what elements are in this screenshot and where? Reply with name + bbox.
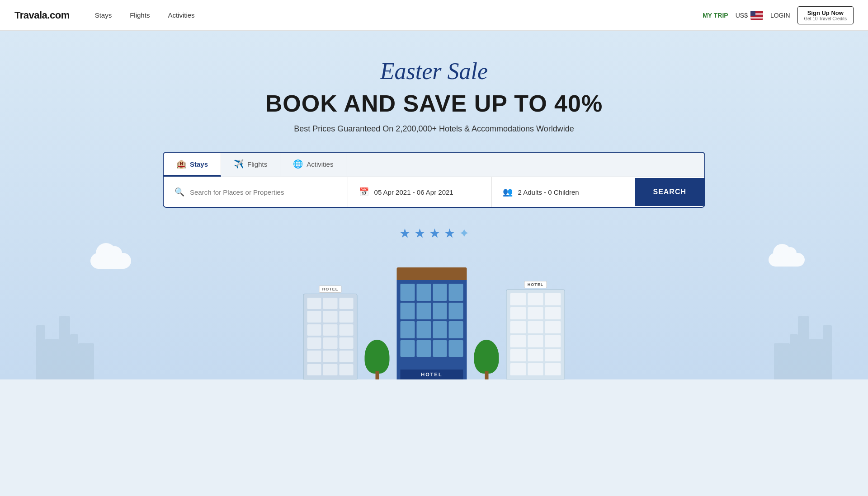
star-3: ★: [429, 226, 440, 241]
w: [433, 284, 447, 301]
w: [528, 363, 543, 375]
w: [339, 364, 353, 375]
w: [323, 364, 337, 375]
nav-stays[interactable]: Stays: [88, 8, 119, 23]
w: [323, 311, 337, 322]
w: [339, 324, 353, 336]
sil-b5: [78, 343, 94, 379]
w: [510, 307, 526, 319]
hero-main-title: BOOK AND SAVE UP TO 40%: [9, 90, 859, 117]
w: [510, 349, 526, 361]
w: [416, 340, 431, 357]
w: [545, 363, 561, 375]
flights-tab-icon: ✈️: [234, 159, 244, 169]
tab-activities[interactable]: 🌐 Activities: [280, 153, 346, 177]
signup-main-label: Sign Up Now: [804, 9, 847, 16]
right-hotel-sign: HOTEL: [524, 281, 547, 288]
w: [449, 321, 463, 338]
nav-flights[interactable]: Flights: [123, 8, 157, 23]
signup-button[interactable]: Sign Up Now Get 10 Travel Credits: [797, 6, 854, 24]
w: [528, 349, 543, 361]
date-range-text: 05 Apr 2021 - 06 Apr 2021: [374, 188, 453, 196]
search-tabs: 🏨 Stays ✈️ Flights 🌐 Activities: [164, 153, 704, 177]
activities-tab-icon: 🌐: [293, 159, 303, 169]
tree-right-trunk: [485, 371, 488, 379]
left-hotel: HOTEL: [303, 285, 358, 379]
illustration-area: ★ ★ ★ ★ ✦: [9, 226, 859, 379]
buildings-group: HOTEL: [303, 267, 565, 379]
guests-field[interactable]: 👥 2 Adults - 0 Children: [492, 177, 635, 207]
hero-subtitle: Best Prices Guaranteed On 2,200,000+ Hot…: [9, 124, 859, 134]
w: [528, 293, 543, 305]
w: [339, 337, 353, 349]
calendar-icon: 📅: [359, 187, 369, 197]
date-field[interactable]: 📅 05 Apr 2021 - 06 Apr 2021: [348, 177, 492, 207]
navbar-right: MY TRIP US$ LOGIN Sign Up Now Get 10 Tra…: [703, 6, 854, 24]
tree-right: [474, 340, 499, 379]
right-hotel: HOTEL: [506, 281, 565, 379]
tab-stays[interactable]: 🏨 Stays: [164, 153, 221, 177]
tree-left: [365, 340, 390, 379]
w: [433, 321, 447, 338]
w: [401, 340, 415, 357]
w: [307, 337, 321, 349]
tree-right-top: [474, 340, 499, 374]
sil-b4: [70, 334, 78, 379]
w: [307, 364, 321, 375]
tab-flights-label: Flights: [247, 160, 267, 168]
search-container: 🏨 Stays ✈️ Flights 🌐 Activities 🔍 📅 05 A…: [163, 152, 705, 208]
w: [433, 303, 447, 320]
star-2: ★: [414, 226, 425, 241]
left-hotel-sign: HOTEL: [319, 285, 342, 293]
currency-selector[interactable]: US$: [736, 11, 763, 20]
w: [323, 298, 337, 309]
w: [416, 303, 431, 320]
sil-b6: [774, 343, 790, 379]
right-hotel-body: [506, 289, 565, 379]
search-bar: 🔍 📅 05 Apr 2021 - 06 Apr 2021 👥 2 Adults…: [164, 177, 704, 207]
w: [545, 321, 561, 333]
logo[interactable]: Travala.com: [14, 9, 70, 21]
w: [545, 307, 561, 319]
tab-stays-label: Stays: [190, 160, 208, 168]
w: [510, 335, 526, 347]
w: [307, 298, 321, 309]
tab-flights[interactable]: ✈️ Flights: [221, 153, 280, 177]
hero-section: Easter Sale BOOK AND SAVE UP TO 40% Best…: [0, 31, 868, 379]
stays-tab-icon: 🏨: [176, 159, 186, 169]
tab-activities-label: Activities: [307, 160, 333, 168]
w: [401, 284, 415, 301]
navbar: Travala.com Stays Flights Activities MY …: [0, 0, 868, 31]
cloud-left: [90, 253, 131, 269]
w: [449, 284, 463, 301]
w: [545, 293, 561, 305]
nav-activities[interactable]: Activities: [160, 8, 202, 23]
w: [510, 293, 526, 305]
search-button[interactable]: SEARCH: [635, 178, 704, 206]
w: [401, 303, 415, 320]
w: [528, 321, 543, 333]
w: [307, 351, 321, 362]
w: [449, 340, 463, 357]
location-field[interactable]: 🔍: [164, 177, 348, 207]
sil-b9: [809, 339, 823, 379]
w: [510, 321, 526, 333]
w: [449, 303, 463, 320]
login-link[interactable]: LOGIN: [770, 12, 790, 19]
search-input[interactable]: [190, 188, 337, 196]
w: [545, 349, 561, 361]
w: [401, 321, 415, 338]
my-trip-link[interactable]: MY TRIP: [703, 12, 728, 19]
guests-text: 2 Adults - 0 Children: [518, 188, 579, 196]
us-flag-icon: [750, 11, 763, 20]
sil-b8: [798, 316, 809, 379]
w: [323, 337, 337, 349]
w: [307, 324, 321, 336]
star-5: ✦: [459, 226, 469, 241]
sil-b10: [823, 325, 832, 379]
star-4: ★: [444, 226, 455, 241]
tree-left-top: [365, 340, 390, 374]
easter-sale-title: Easter Sale: [9, 58, 859, 84]
w: [339, 311, 353, 322]
left-hotel-body: [303, 294, 358, 379]
